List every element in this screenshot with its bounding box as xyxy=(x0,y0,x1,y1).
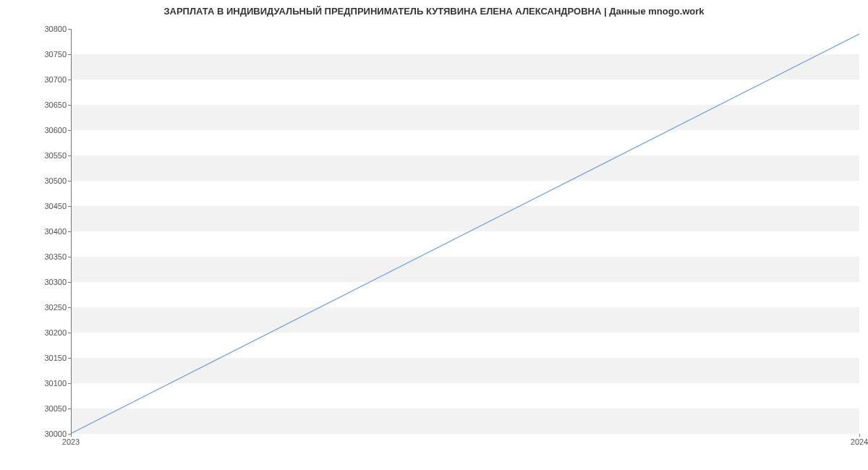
x-tick-mark xyxy=(859,434,860,437)
y-tick-label: 30400 xyxy=(30,227,67,236)
chart-title: ЗАРПЛАТА В ИНДИВИДУАЛЬНЫЙ ПРЕДПРИНИМАТЕЛ… xyxy=(0,0,868,20)
y-tick-label: 30750 xyxy=(30,50,67,59)
x-tick-label: 2024 xyxy=(851,437,868,446)
y-tick-label: 30300 xyxy=(30,278,67,286)
plot-area xyxy=(71,29,859,434)
line-series xyxy=(72,29,859,433)
x-tick-mark xyxy=(71,434,72,437)
y-tick-label: 30450 xyxy=(30,202,67,210)
y-tick-label: 30500 xyxy=(30,176,67,185)
y-tick-label: 30250 xyxy=(30,303,67,312)
y-tick-label: 30800 xyxy=(30,25,67,33)
y-tick-label: 30350 xyxy=(30,252,67,261)
y-tick-label: 30100 xyxy=(30,379,67,388)
y-tick-label: 30000 xyxy=(30,430,67,438)
y-tick-label: 30200 xyxy=(30,328,67,337)
y-tick-label: 30550 xyxy=(30,151,67,160)
y-tick-label: 30600 xyxy=(30,126,67,134)
y-tick-label: 30700 xyxy=(30,75,67,84)
x-tick-label: 2023 xyxy=(62,437,80,446)
y-tick-label: 30150 xyxy=(30,354,67,362)
y-tick-label: 30650 xyxy=(30,101,67,109)
y-tick-label: 30050 xyxy=(30,404,67,413)
salary-chart: ЗАРПЛАТА В ИНДИВИДУАЛЬНЫЙ ПРЕДПРИНИМАТЕЛ… xyxy=(0,0,868,470)
